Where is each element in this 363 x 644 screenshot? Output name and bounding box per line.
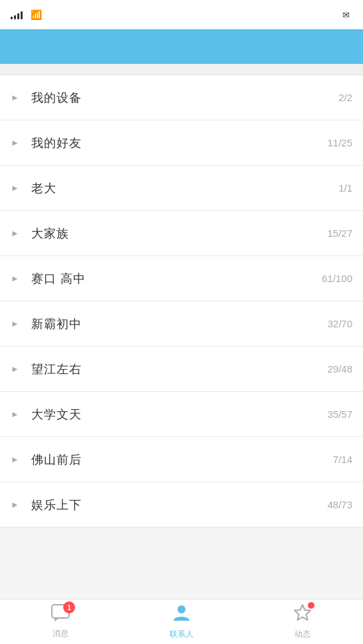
- contact-count: 29/48: [327, 363, 352, 375]
- contact-count: 35/57: [327, 408, 352, 420]
- contact-item[interactable]: ► 我的设备 2/2: [0, 75, 363, 120]
- contact-name: 我的设备: [31, 90, 338, 106]
- chevron-right-icon: ►: [11, 183, 19, 193]
- chevron-right-icon: ►: [11, 92, 19, 102]
- contact-count: 1/1: [338, 182, 352, 194]
- tab-moments[interactable]: 动态: [242, 599, 363, 644]
- chevron-right-icon: ►: [11, 364, 19, 374]
- contact-item[interactable]: ► 赛口 高中 61/100: [0, 256, 363, 301]
- svg-point-2: [178, 605, 185, 613]
- status-bar: 📶 ✉: [0, 0, 363, 29]
- chevron-right-icon: ►: [11, 500, 19, 510]
- contact-name: 老大: [31, 180, 338, 196]
- contact-name: 望江左右: [31, 361, 328, 377]
- contact-name: 佛山前后: [31, 452, 333, 468]
- contact-item[interactable]: ► 望江左右 29/48: [0, 347, 363, 392]
- chevron-right-icon: ►: [11, 273, 19, 283]
- contact-item[interactable]: ► 娱乐上下 48/73: [0, 482, 363, 528]
- contact-item[interactable]: ► 我的好友 11/25: [0, 120, 363, 166]
- contacts-icon: [172, 603, 191, 626]
- tab-bar: 1 消息 联系人 动态: [0, 599, 363, 644]
- tab-contacts[interactable]: 联系人: [121, 599, 242, 644]
- chevron-right-icon: ►: [11, 319, 19, 329]
- contact-count: 61/100: [322, 273, 352, 284]
- contact-name: 赛口 高中: [31, 271, 322, 287]
- contact-name: 新霸初中: [31, 316, 328, 332]
- messages-icon: 1: [51, 604, 70, 625]
- nav-bar: [0, 29, 363, 64]
- content-area: ► 我的设备 2/2 ► 我的好友 11/25 ► 老大 1/1 ► 大家族 1…: [0, 64, 363, 599]
- status-right: ✉: [342, 10, 352, 20]
- contact-count: 48/73: [327, 499, 352, 510]
- contact-item[interactable]: ► 佛山前后 7/14: [0, 437, 363, 482]
- contact-count: 2/2: [338, 92, 352, 103]
- status-left: 📶: [11, 9, 42, 20]
- section-header: [0, 64, 363, 75]
- message-notification-icon: ✉: [342, 10, 350, 20]
- chevron-right-icon: ►: [11, 409, 19, 419]
- contact-item[interactable]: ► 老大 1/1: [0, 166, 363, 211]
- svg-marker-1: [55, 618, 59, 621]
- contact-item[interactable]: ► 新霸初中 32/70: [0, 301, 363, 347]
- tab-messages[interactable]: 1 消息: [0, 599, 121, 644]
- contact-item[interactable]: ► 大家族 15/27: [0, 211, 363, 256]
- contact-item[interactable]: ► 大学文天 35/57: [0, 392, 363, 437]
- contact-name: 娱乐上下: [31, 497, 328, 513]
- signal-bars-icon: [11, 10, 23, 19]
- contact-name: 大学文天: [31, 406, 328, 422]
- contact-count: 7/14: [333, 454, 352, 465]
- contact-count: 15/27: [327, 228, 352, 239]
- tab-moments-label: 动态: [295, 629, 310, 640]
- messages-badge: 1: [63, 601, 75, 613]
- wifi-icon: 📶: [31, 9, 42, 20]
- contact-name: 我的好友: [31, 135, 328, 151]
- tab-contacts-label: 联系人: [170, 629, 193, 640]
- chevron-right-icon: ►: [11, 228, 19, 238]
- tab-messages-label: 消息: [53, 628, 68, 639]
- contact-count: 11/25: [327, 137, 352, 148]
- contact-count: 32/70: [327, 318, 352, 329]
- moments-dot-badge: [308, 602, 314, 609]
- moments-icon: [293, 603, 312, 626]
- chevron-right-icon: ►: [11, 454, 19, 464]
- chevron-right-icon: ►: [11, 138, 19, 148]
- contact-list: ► 我的设备 2/2 ► 我的好友 11/25 ► 老大 1/1 ► 大家族 1…: [0, 75, 363, 528]
- contact-name: 大家族: [31, 226, 328, 242]
